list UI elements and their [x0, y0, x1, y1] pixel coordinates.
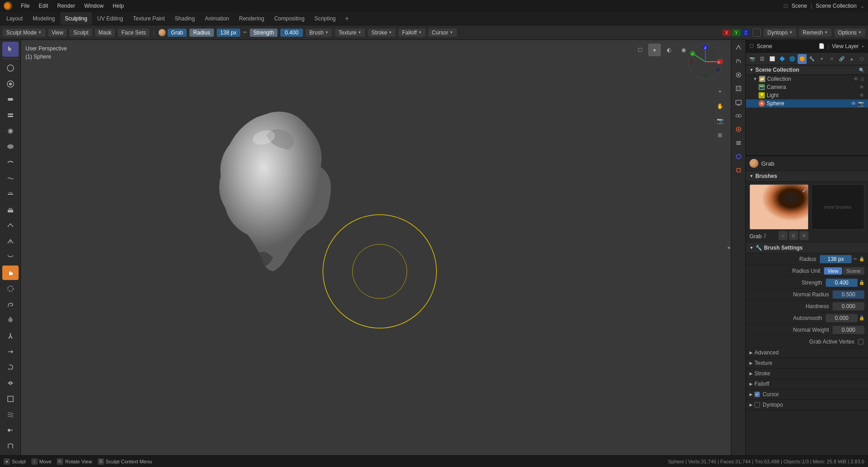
menu-help[interactable]: Help [110, 2, 127, 10]
tab-sculpting[interactable]: Sculpting [60, 12, 92, 25]
tool-slide-relax[interactable] [2, 376, 19, 391]
prop-particles[interactable]: ✦ [817, 54, 826, 64]
prop-object[interactable]: 🟠 [798, 54, 807, 64]
sphere-visibility-icon[interactable]: 👁 [851, 101, 856, 107]
outliner-camera[interactable]: 📷 Camera 👁 [746, 83, 868, 91]
prop-scene[interactable]: 🔷 [778, 54, 787, 64]
cursor-dropdown[interactable]: Cursor ▼ [428, 29, 457, 37]
proportional-edit-btn[interactable] [753, 29, 761, 37]
prop-data[interactable]: ▲ [847, 54, 856, 64]
falloff-dropdown[interactable]: Falloff ▼ [398, 29, 425, 37]
stroke-dropdown[interactable]: Stroke ▼ [368, 29, 396, 37]
tool-snake-hook[interactable] [2, 297, 19, 312]
remesh-dropdown[interactable]: Remesh ▼ [799, 29, 832, 37]
tool-fill[interactable] [2, 202, 19, 217]
strength-lock-icon[interactable]: 🔒 [859, 280, 864, 285]
output-icon[interactable] [733, 96, 744, 108]
advanced-section[interactable]: ▶ Advanced [746, 348, 868, 358]
radius-edit-icon[interactable]: ✏ [243, 29, 247, 35]
strength-label[interactable]: Strength [250, 29, 278, 37]
stroke-section[interactable]: ▶ Stroke [746, 369, 868, 379]
tool-mask[interactable] [2, 438, 19, 453]
tool-pose[interactable] [2, 329, 19, 344]
tool-boundary[interactable] [2, 391, 19, 406]
outliner-collection[interactable]: ▼ 📁 Collection 👁 ⊙ [746, 75, 868, 83]
prop-constraints[interactable]: 🔗 [837, 54, 846, 64]
scene-btn[interactable]: Scene [843, 267, 864, 275]
tool-flatten[interactable] [2, 187, 19, 202]
radius-value[interactable]: 138 px [217, 29, 240, 37]
prop-render[interactable]: 📷 [748, 54, 757, 64]
strength-value[interactable]: 0.400 [280, 29, 303, 37]
view-menu[interactable]: View [48, 29, 67, 37]
prop-output[interactable]: 🖼 [758, 54, 767, 64]
sculpt-mode-icon[interactable] [733, 42, 744, 54]
dyntopo-dropdown[interactable]: Dyntopo ▼ [764, 29, 796, 37]
scene-props-icon[interactable] [733, 137, 744, 149]
radius-prop-value[interactable]: 138 px [820, 255, 852, 263]
menu-edit[interactable]: Edit [36, 2, 51, 10]
mode-selector[interactable]: Sculpt Mode ▼ [3, 29, 45, 37]
tool-crease[interactable] [2, 155, 19, 170]
tab-animation[interactable]: Animation [200, 12, 233, 25]
normal-radius-value[interactable]: 0.500 [833, 290, 864, 299]
autosmooth-value[interactable]: 0.000 [826, 314, 858, 322]
hardness-value[interactable]: 0.000 [833, 302, 864, 310]
radius-label[interactable]: Radius [189, 29, 213, 37]
brushes-header[interactable]: ▼ Brushes [746, 171, 868, 182]
tab-compositing[interactable]: Compositing [270, 12, 309, 25]
tool-thumb[interactable] [2, 313, 19, 328]
radius-pen-icon[interactable]: ✏ [853, 256, 857, 261]
view-btn[interactable]: View [824, 267, 842, 275]
object-props-icon[interactable] [733, 164, 744, 176]
cursor-section[interactable]: ▶ ✓ Cursor [746, 389, 868, 400]
viewport-grid[interactable]: ⊞ [714, 129, 726, 142]
tool-clay[interactable] [2, 92, 19, 107]
outliner-light[interactable]: 💡 Light 👁 [746, 91, 868, 99]
brush-selector[interactable]: Grab [159, 29, 187, 37]
properties-icon[interactable] [733, 123, 744, 135]
world-icon[interactable] [733, 151, 744, 162]
falloff-section[interactable]: ▶ Falloff [746, 379, 868, 389]
tool-draw[interactable] [2, 61, 19, 76]
viewport-camera[interactable]: 📷 [714, 114, 726, 127]
tab-scripting[interactable]: Scripting [310, 12, 340, 25]
brush-settings-title[interactable]: ▼ 🔧 Brush Settings [746, 243, 868, 253]
panel-collapse-button[interactable]: ◀ [726, 241, 731, 255]
dyntopo-section[interactable]: ▶ Dyntopo [746, 400, 868, 410]
scene-name[interactable]: Scene [792, 3, 807, 9]
menu-window[interactable]: Window [81, 2, 106, 10]
render-icon[interactable] [733, 83, 744, 94]
tool-elastic-deform[interactable] [2, 281, 19, 296]
texture-dropdown[interactable]: Texture ▼ [335, 29, 365, 37]
prop-material[interactable]: ⬡ [857, 54, 866, 64]
y-axis-btn[interactable]: Y [732, 29, 740, 36]
mask-menu[interactable]: Mask [95, 29, 115, 37]
viewport-shading-solid[interactable]: ● [648, 44, 661, 56]
tool-blob[interactable] [2, 139, 19, 154]
tab-modeling[interactable]: Modeling [28, 12, 60, 25]
camera-visibility-icon[interactable]: 👁 [859, 84, 864, 90]
menu-render[interactable]: Render [55, 2, 78, 10]
tool-smooth[interactable] [2, 171, 19, 186]
viewport-shading-rendered[interactable]: ◉ [677, 44, 690, 56]
view-layer-add[interactable]: + [862, 44, 864, 49]
tool-clay-strips[interactable] [2, 108, 19, 123]
blender-logo-icon[interactable] [4, 1, 13, 10]
autosmooth-lock-icon[interactable]: 🔒 [859, 315, 864, 320]
tool-rotate[interactable] [2, 360, 19, 375]
radius-lock-icon[interactable]: 🔒 [859, 256, 864, 261]
viewport-shading-wireframe[interactable]: ⬡ [634, 44, 646, 56]
brush-copy-icon[interactable]: ⎘ [789, 231, 798, 240]
tool-multiplane-scrape[interactable] [2, 234, 19, 249]
strength-prop-value[interactable]: 0.400 [826, 279, 858, 287]
brush-checkbox-icon[interactable]: ✓ [779, 231, 788, 240]
compositor-icon[interactable] [733, 110, 744, 122]
view-icon[interactable] [733, 69, 744, 81]
tool-simplify[interactable] [2, 423, 19, 438]
tool-cursor[interactable] [2, 42, 19, 57]
brushes-list-area[interactable]: more brushes [811, 184, 864, 230]
z-axis-btn[interactable]: Z [742, 29, 750, 36]
dyntopo-checkbox[interactable] [754, 402, 760, 408]
tool-draw-sharp[interactable] [2, 76, 19, 91]
